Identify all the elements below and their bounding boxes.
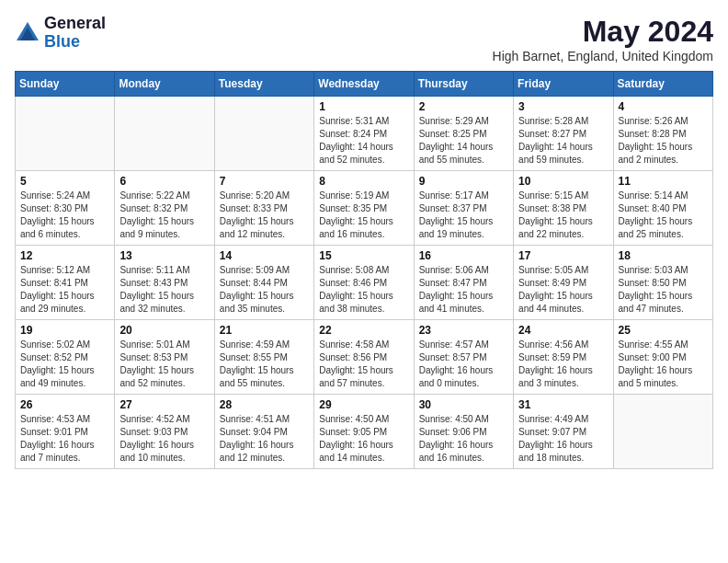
day-detail: Sunrise: 5:06 AMSunset: 8:47 PMDaylight:… (419, 264, 508, 316)
day-number: 14 (220, 249, 309, 262)
day-detail: Sunrise: 5:05 AMSunset: 8:49 PMDaylight:… (518, 264, 608, 316)
day-detail: Sunrise: 4:52 AMSunset: 9:03 PMDaylight:… (119, 413, 209, 465)
day-number: 29 (319, 398, 408, 411)
day-detail: Sunrise: 4:59 AMSunset: 8:55 PMDaylight:… (220, 339, 309, 390)
day-detail: Sunrise: 5:01 AMSunset: 8:53 PMDaylight:… (119, 339, 209, 390)
day-detail: Sunrise: 5:12 AMSunset: 8:41 PMDaylight:… (20, 264, 109, 316)
weekday-header-monday: Monday (115, 72, 214, 97)
day-number: 27 (119, 398, 209, 411)
calendar-week-row: 1Sunrise: 5:31 AMSunset: 8:24 PMDaylight… (16, 97, 713, 171)
weekday-header-friday: Friday (514, 72, 613, 97)
day-detail: Sunrise: 5:03 AMSunset: 8:50 PMDaylight:… (619, 264, 708, 316)
day-detail: Sunrise: 4:55 AMSunset: 9:00 PMDaylight:… (619, 339, 708, 390)
calendar-cell: 29Sunrise: 4:50 AMSunset: 9:05 PMDayligh… (314, 395, 414, 469)
day-detail: Sunrise: 4:58 AMSunset: 8:56 PMDaylight:… (319, 339, 408, 390)
day-number: 23 (419, 324, 508, 337)
title-area: May 2024 High Barnet, England, United Ki… (493, 15, 713, 63)
calendar-cell: 7Sunrise: 5:20 AMSunset: 8:33 PMDaylight… (214, 171, 313, 246)
calendar-cell: 5Sunrise: 5:24 AMSunset: 8:30 PMDaylight… (16, 171, 115, 246)
calendar-cell: 6Sunrise: 5:22 AMSunset: 8:32 PMDaylight… (115, 171, 214, 246)
day-detail: Sunrise: 5:24 AMSunset: 8:30 PMDaylight:… (20, 190, 109, 241)
calendar-cell: 10Sunrise: 5:15 AMSunset: 8:38 PMDayligh… (514, 171, 613, 246)
calendar-week-row: 26Sunrise: 4:53 AMSunset: 9:01 PMDayligh… (16, 395, 713, 469)
calendar-body: 1Sunrise: 5:31 AMSunset: 8:24 PMDaylight… (16, 97, 713, 469)
day-number: 25 (619, 324, 708, 337)
day-number: 21 (220, 324, 309, 337)
day-number: 16 (419, 249, 508, 262)
logo: General Blue (15, 15, 106, 52)
day-number: 17 (518, 249, 608, 262)
calendar-cell: 25Sunrise: 4:55 AMSunset: 9:00 PMDayligh… (613, 320, 712, 395)
calendar-cell: 19Sunrise: 5:02 AMSunset: 8:52 PMDayligh… (16, 320, 115, 395)
weekday-header-row: SundayMondayTuesdayWednesdayThursdayFrid… (16, 72, 713, 97)
day-number: 11 (619, 175, 708, 188)
weekday-header-thursday: Thursday (414, 72, 513, 97)
day-detail: Sunrise: 5:22 AMSunset: 8:32 PMDaylight:… (119, 190, 209, 241)
logo-blue: Blue (44, 33, 106, 52)
day-detail: Sunrise: 5:17 AMSunset: 8:37 PMDaylight:… (419, 190, 508, 241)
day-detail: Sunrise: 5:11 AMSunset: 8:43 PMDaylight:… (119, 264, 209, 316)
calendar-cell: 8Sunrise: 5:19 AMSunset: 8:35 PMDaylight… (314, 171, 414, 246)
weekday-header-wednesday: Wednesday (314, 72, 414, 97)
day-number: 24 (518, 324, 608, 337)
day-number: 26 (20, 398, 109, 411)
weekday-header-tuesday: Tuesday (214, 72, 313, 97)
calendar-table: SundayMondayTuesdayWednesdayThursdayFrid… (15, 71, 713, 469)
calendar-cell: 16Sunrise: 5:06 AMSunset: 8:47 PMDayligh… (414, 246, 513, 320)
day-number: 13 (119, 249, 209, 262)
calendar-week-row: 5Sunrise: 5:24 AMSunset: 8:30 PMDaylight… (16, 171, 713, 246)
day-detail: Sunrise: 4:49 AMSunset: 9:07 PMDaylight:… (518, 413, 608, 465)
day-detail: Sunrise: 5:09 AMSunset: 8:44 PMDaylight:… (220, 264, 309, 316)
calendar-header: SundayMondayTuesdayWednesdayThursdayFrid… (16, 72, 713, 97)
logo-icon (15, 20, 40, 46)
calendar-week-row: 19Sunrise: 5:02 AMSunset: 8:52 PMDayligh… (16, 320, 713, 395)
calendar-cell: 30Sunrise: 4:50 AMSunset: 9:06 PMDayligh… (414, 395, 513, 469)
day-detail: Sunrise: 5:08 AMSunset: 8:46 PMDaylight:… (319, 264, 408, 316)
day-number: 3 (518, 100, 608, 113)
calendar-cell (214, 97, 313, 171)
day-detail: Sunrise: 4:50 AMSunset: 9:06 PMDaylight:… (419, 413, 508, 465)
logo-text: General Blue (44, 15, 106, 52)
day-number: 5 (20, 175, 109, 188)
day-detail: Sunrise: 5:28 AMSunset: 8:27 PMDaylight:… (518, 115, 608, 167)
calendar-cell: 9Sunrise: 5:17 AMSunset: 8:37 PMDaylight… (414, 171, 513, 246)
day-detail: Sunrise: 5:20 AMSunset: 8:33 PMDaylight:… (220, 190, 309, 241)
day-detail: Sunrise: 5:29 AMSunset: 8:25 PMDaylight:… (419, 115, 508, 167)
weekday-header-sunday: Sunday (16, 72, 115, 97)
subtitle: High Barnet, England, United Kingdom (493, 49, 713, 63)
calendar-cell (16, 97, 115, 171)
calendar-cell: 3Sunrise: 5:28 AMSunset: 8:27 PMDaylight… (514, 97, 613, 171)
day-detail: Sunrise: 4:57 AMSunset: 8:57 PMDaylight:… (419, 339, 508, 390)
day-number: 15 (319, 249, 408, 262)
day-detail: Sunrise: 4:53 AMSunset: 9:01 PMDaylight:… (20, 413, 109, 465)
calendar-cell: 15Sunrise: 5:08 AMSunset: 8:46 PMDayligh… (314, 246, 414, 320)
calendar-cell: 28Sunrise: 4:51 AMSunset: 9:04 PMDayligh… (214, 395, 313, 469)
day-number: 18 (619, 249, 708, 262)
calendar-cell: 21Sunrise: 4:59 AMSunset: 8:55 PMDayligh… (214, 320, 313, 395)
day-number: 8 (319, 175, 408, 188)
calendar-cell: 1Sunrise: 5:31 AMSunset: 8:24 PMDaylight… (314, 97, 414, 171)
calendar-cell: 2Sunrise: 5:29 AMSunset: 8:25 PMDaylight… (414, 97, 513, 171)
day-detail: Sunrise: 5:19 AMSunset: 8:35 PMDaylight:… (319, 190, 408, 241)
calendar-cell: 4Sunrise: 5:26 AMSunset: 8:28 PMDaylight… (613, 97, 712, 171)
day-number: 4 (619, 100, 708, 113)
day-number: 2 (419, 100, 508, 113)
day-number: 1 (319, 100, 408, 113)
calendar-cell (613, 395, 712, 469)
day-number: 12 (20, 249, 109, 262)
day-detail: Sunrise: 5:02 AMSunset: 8:52 PMDaylight:… (20, 339, 109, 390)
calendar-cell: 24Sunrise: 4:56 AMSunset: 8:59 PMDayligh… (514, 320, 613, 395)
page-header: General Blue May 2024 High Barnet, Engla… (15, 15, 713, 63)
calendar-cell: 13Sunrise: 5:11 AMSunset: 8:43 PMDayligh… (115, 246, 214, 320)
day-detail: Sunrise: 4:56 AMSunset: 8:59 PMDaylight:… (518, 339, 608, 390)
day-detail: Sunrise: 4:50 AMSunset: 9:05 PMDaylight:… (319, 413, 408, 465)
main-title: May 2024 (493, 15, 713, 49)
day-number: 30 (419, 398, 508, 411)
calendar-cell (115, 97, 214, 171)
calendar-cell: 22Sunrise: 4:58 AMSunset: 8:56 PMDayligh… (314, 320, 414, 395)
day-detail: Sunrise: 5:26 AMSunset: 8:28 PMDaylight:… (619, 115, 708, 167)
day-number: 10 (518, 175, 608, 188)
calendar-cell: 20Sunrise: 5:01 AMSunset: 8:53 PMDayligh… (115, 320, 214, 395)
calendar-cell: 31Sunrise: 4:49 AMSunset: 9:07 PMDayligh… (514, 395, 613, 469)
day-number: 20 (119, 324, 209, 337)
